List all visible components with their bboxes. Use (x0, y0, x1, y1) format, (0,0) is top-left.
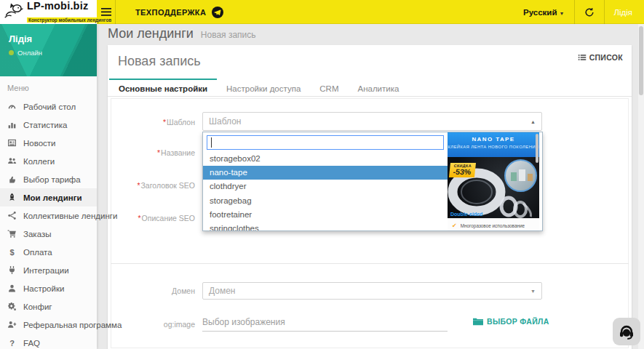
sidebar-item[interactable]: Статистика (0, 116, 97, 134)
sidebar-item[interactable]: Заказы (0, 225, 97, 243)
profile-name: Лідія (9, 33, 88, 44)
dropdown-option[interactable]: springclothes (203, 222, 448, 231)
form-divider (111, 263, 629, 264)
sidebar-item[interactable]: Мои лендинги (0, 188, 97, 206)
sidebar: Лідія Онлайн Меню Рабочий столСтатистика… (0, 24, 97, 349)
seo-description-field-label: *Описание SEO (115, 214, 195, 222)
og-image-input[interactable] (202, 313, 448, 332)
preview-title: NANO TAPE (448, 136, 539, 143)
template-field-label: *Шаблон (115, 118, 195, 127)
tab-аналитика[interactable]: Аналитика (348, 79, 408, 97)
sidebar-item[interactable]: $Оплата (0, 243, 97, 261)
preview-header: NANO TAPE КЛЕЙКАЯ ЛЕНТА НОВОГО ПОКОЛЕНИЯ (448, 132, 539, 157)
sidebar-item-label: Статистика (23, 121, 67, 129)
list-button[interactable]: СПИСОК (578, 53, 623, 62)
sidebar-item-label: FAQ (23, 339, 40, 348)
sidebar-item-label: Выбор тарифа (23, 175, 81, 184)
sidebar-item-label: Реферальная программа (23, 321, 122, 329)
sidebar-item[interactable]: Интеграции (0, 261, 97, 279)
stats-icon (7, 120, 17, 129)
template-dropdown: storagebox02nano-tapeclothdryerstorageba… (202, 132, 543, 231)
dollar-icon: $ (7, 247, 17, 257)
gears-icon (7, 302, 17, 311)
online-status-dot (9, 50, 14, 55)
sidebar-item-label: Конфиг (23, 302, 52, 311)
logo[interactable]: LP-mobi.biz Конструктор мобильных лендин… (0, 0, 97, 24)
sidebar-item-label: Коллективные лендинги (23, 212, 117, 220)
discount-badge: СКИДКА -53% (449, 163, 476, 177)
support-chat-widget[interactable] (613, 318, 640, 345)
sidebar-item-label: Настройки (23, 284, 64, 293)
dropdown-option[interactable]: footretainer (203, 208, 448, 222)
sidebar-item[interactable]: ?FAQ (0, 334, 97, 349)
sidebar-item[interactable]: Настройки (0, 279, 97, 297)
breadcrumb: Мои лендинги Новая запись (108, 26, 256, 44)
hamburger-icon[interactable] (97, 0, 116, 24)
user-icon (7, 284, 17, 293)
template-select[interactable]: Шаблон ▲ (202, 112, 542, 131)
share-icon (7, 211, 17, 220)
template-search-input[interactable] (207, 135, 444, 150)
sidebar-menu: Рабочий столСтатистикаНовостиКоллегиВыбо… (0, 97, 97, 349)
sidebar-item[interactable]: Новости (0, 134, 97, 152)
sidebar-item[interactable]: Выбор тарифа (0, 170, 97, 188)
app-root: LP-mobi.biz Конструктор мобильных лендин… (0, 0, 644, 349)
menu-section-label: Меню (0, 76, 97, 97)
sidebar-item[interactable]: Коллективные лендинги (0, 206, 97, 225)
referral-icon (7, 320, 17, 329)
list-icon (578, 53, 587, 62)
profile-panel: Лідія Онлайн (0, 24, 97, 76)
question-icon: ? (7, 338, 17, 348)
topbar-username[interactable]: Лідія (605, 8, 640, 17)
topbar: LP-mobi.biz Конструктор мобильных лендин… (0, 0, 644, 24)
dropdown-option[interactable]: storagebox02 (203, 152, 448, 166)
choose-file-button[interactable]: ВЫБОР ФАЙЛА (473, 317, 549, 326)
chevron-down-icon: ▼ (559, 11, 564, 16)
preview-scrollbar[interactable] (536, 134, 538, 163)
page-subtitle: Новая запись (201, 30, 256, 40)
rocket-icon (7, 193, 17, 202)
sidebar-item-label: Мои лендинги (23, 193, 82, 202)
name-field-label: *Название (115, 148, 195, 157)
preview-feature-row: ✔ Многоразовое использование (448, 218, 539, 231)
sidebar-item-label: Оплата (23, 248, 52, 257)
sidebar-item[interactable]: Реферальная программа (0, 316, 97, 334)
tab-настройки-доступа[interactable]: Настройки доступа (217, 79, 310, 97)
tab-основные-настройки[interactable]: Основные настройки (109, 79, 217, 97)
support-button[interactable]: ТЕХПОДДЕРЖКА (135, 0, 223, 24)
headset-icon (618, 323, 635, 340)
seo-title-field-label: *Заголовок SEO (115, 181, 195, 190)
tab-crm[interactable]: CRM (310, 79, 348, 97)
template-option-list: storagebox02nano-tapeclothdryerstorageba… (203, 152, 448, 231)
users-icon (7, 156, 17, 166)
page-scrollbar[interactable] (638, 24, 644, 349)
check-icon: ✔ (452, 222, 457, 229)
preview-caption: Double-sided (450, 212, 482, 217)
hand-icon (7, 174, 17, 184)
support-label: ТЕХПОДДЕРЖКА (135, 8, 206, 17)
dog-logo-icon (4, 2, 24, 23)
dropdown-option[interactable]: nano-tape (203, 166, 448, 180)
sidebar-item-label: Интеграции (23, 266, 69, 275)
sidebar-item-label: Новости (23, 139, 56, 148)
scrollbar-thumb[interactable] (639, 26, 643, 95)
sidebar-item-label: Рабочий стол (23, 103, 76, 111)
domain-select[interactable]: Домен ▼ (202, 282, 542, 300)
preview-subtitle: КЛЕЙКАЯ ЛЕНТА НОВОГО ПОКОЛЕНИЯ (448, 145, 539, 149)
text-caret (211, 137, 212, 148)
dropdown-option[interactable]: clothdryer (203, 180, 448, 193)
og-image-field-label: og:image (115, 320, 195, 329)
sidebar-item[interactable]: Коллеги (0, 152, 97, 170)
news-icon (7, 138, 17, 148)
language-selector[interactable]: Русский▼ (513, 8, 574, 17)
dropdown-option[interactable]: storagebag (203, 194, 448, 208)
sidebar-item[interactable]: Рабочий стол (0, 97, 97, 116)
refresh-icon[interactable] (575, 7, 604, 17)
plug-icon (7, 265, 17, 275)
domain-field-label: Домен (115, 286, 195, 295)
card-heading: Новая запись (118, 54, 201, 69)
sidebar-item-label: Заказы (23, 230, 51, 238)
sidebar-item[interactable]: Конфиг (0, 297, 97, 316)
cart-icon (7, 229, 17, 238)
folder-icon (473, 317, 483, 326)
